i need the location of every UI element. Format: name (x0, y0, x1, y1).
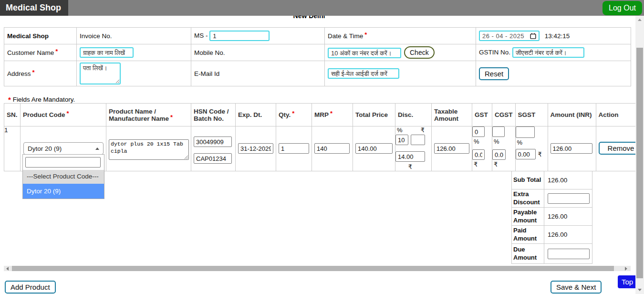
email-label: E-Mail Id (194, 70, 219, 77)
product-table: SN. Product Code* Product Name / Manufac… (4, 103, 644, 171)
check-button[interactable]: Check (404, 46, 435, 59)
date-input[interactable]: 26 - 04 - 2025 (479, 31, 540, 41)
product-row: 1 Dytor 20 (9) ---Select Product Code---… (4, 126, 644, 171)
due-amount-row: Due Amount (512, 244, 592, 264)
invoice-no-input[interactable] (209, 31, 270, 41)
required-marker: * (8, 95, 11, 104)
chevron-up-icon (95, 147, 99, 150)
mrp-input[interactable] (314, 143, 350, 154)
col-sn: SN. (4, 104, 21, 126)
gst-percent-input[interactable] (472, 126, 485, 137)
mandatory-note: *Fields Are Mandatory. (7, 95, 75, 103)
rupee-symbol: ₹ (395, 163, 425, 170)
product-code-dropdown: ---Select Product Code--- Dytor 20 (9) (22, 154, 104, 199)
horizontal-scrollbar[interactable] (4, 266, 631, 271)
due-amount-input[interactable] (548, 249, 590, 259)
cgst-amount-input[interactable] (492, 149, 506, 160)
scroll-right-arrow-icon[interactable] (625, 267, 627, 271)
address-textarea[interactable] (80, 63, 121, 84)
product-table-header-row: SN. Product Code* Product Name / Manufac… (4, 104, 644, 126)
extra-discount-label: Extra Discount (512, 189, 544, 208)
required-marker: * (364, 31, 367, 38)
extra-discount-input[interactable] (548, 193, 590, 204)
reset-button[interactable]: Reset (479, 67, 509, 80)
percent-symbol: % (517, 139, 548, 146)
qty-input[interactable] (279, 143, 309, 154)
payable-amount-row: Payable Amount 126.00 (512, 208, 592, 226)
logout-button[interactable]: Log Out (602, 1, 642, 15)
row-sn: 1 (4, 126, 21, 171)
vertical-scrollbar[interactable] (635, 16, 644, 294)
top-bar: Medical Shop Log Out (0, 0, 644, 16)
col-gst: GST (472, 104, 492, 126)
invoice-prefix-label: MS - (194, 32, 208, 39)
sgst-amount-input[interactable] (516, 149, 536, 159)
required-marker: * (67, 110, 69, 117)
dropdown-option-placeholder[interactable]: ---Select Product Code--- (23, 170, 104, 184)
col-product-name: Product Name / Manufacturer Name* (106, 104, 191, 126)
required-marker: * (55, 48, 58, 55)
batch-no-input[interactable] (194, 153, 232, 164)
col-cgst: CGST (492, 104, 516, 126)
mobile-no-input[interactable] (328, 48, 401, 58)
payable-amount-value: 126.00 (544, 208, 592, 226)
scroll-down-arrow-icon[interactable] (638, 289, 642, 291)
dropdown-option-highlighted[interactable]: Dytor 20 (9) (23, 184, 104, 199)
extra-discount-row: Extra Discount (512, 189, 592, 208)
invoice-no-label: Invoice No. (80, 32, 112, 40)
row-amount-input[interactable] (551, 143, 592, 154)
rupee-symbol: ₹ (421, 126, 425, 134)
required-marker: * (32, 69, 35, 76)
percent-symbol: % (474, 138, 492, 145)
disc-percent-input[interactable] (395, 135, 408, 145)
datetime-label: Date & Time (328, 32, 363, 40)
gst-amount-input[interactable] (472, 149, 485, 160)
totals-table: Sub Total 126.00 Extra Discount Payable … (511, 171, 592, 264)
mobile-no-label: Mobile No. (194, 49, 225, 56)
customer-name-input[interactable] (80, 47, 134, 58)
shop-name-label: Medical Shop (7, 32, 49, 40)
customer-name-label: Customer Name (7, 49, 54, 56)
due-amount-label: Due Amount (512, 244, 544, 264)
paid-amount-row: Paid Amount 126.00 (512, 226, 592, 244)
col-mrp: MRP* (312, 104, 353, 126)
total-price-input[interactable] (355, 143, 393, 154)
calendar-icon[interactable] (530, 33, 536, 39)
col-exp: Exp. Dt. (236, 104, 276, 126)
product-name-textarea[interactable]: dytor plus 20 1x15 Tab cipla (109, 139, 189, 160)
subtotal-label: Sub Total (512, 171, 544, 189)
cgst-percent-input[interactable] (492, 126, 505, 137)
gstin-input[interactable] (512, 47, 584, 58)
vertical-scrollbar-thumb[interactable] (636, 48, 643, 278)
paid-amount-label: Paid Amount (512, 226, 544, 244)
sgst-percent-input[interactable] (516, 126, 535, 138)
required-marker: * (292, 110, 294, 117)
disc-amount-input[interactable] (395, 151, 425, 162)
exp-date-input[interactable] (238, 143, 273, 154)
disc-rupee-input[interactable] (411, 135, 425, 145)
address-label: Address (7, 70, 31, 77)
date-value: 26 - 04 - 2025 (482, 32, 524, 40)
col-sgst: SGST (515, 104, 548, 126)
app-title: Medical Shop (0, 0, 68, 16)
paid-amount-value: 126.00 (544, 226, 592, 244)
taxable-amount-input[interactable] (434, 143, 469, 154)
col-amount: Amount (INR) (548, 104, 596, 126)
dropdown-search-input[interactable] (25, 157, 101, 168)
save-next-button[interactable]: Save & Next (551, 281, 602, 294)
col-hsn: HSN Code / Batch No. (191, 104, 236, 126)
rupee-symbol: ₹ (538, 151, 542, 158)
hsn-code-input[interactable] (194, 136, 232, 147)
selected-product-code: Dytor 20 (9) (28, 145, 62, 152)
add-product-button[interactable]: Add Product (5, 281, 56, 294)
col-taxable: Taxable Amount (432, 104, 472, 126)
col-product-code: Product Code* (21, 104, 106, 126)
email-input[interactable] (328, 68, 399, 79)
required-marker: * (330, 110, 332, 117)
scroll-up-arrow-icon[interactable] (638, 19, 642, 21)
scroll-left-arrow-icon[interactable] (6, 267, 9, 271)
subtotal-value: 126.00 (544, 171, 592, 189)
product-code-select[interactable]: Dytor 20 (9) (23, 142, 104, 155)
horizontal-scrollbar-thumb[interactable] (12, 266, 614, 271)
scroll-top-button[interactable]: Top (618, 275, 637, 288)
